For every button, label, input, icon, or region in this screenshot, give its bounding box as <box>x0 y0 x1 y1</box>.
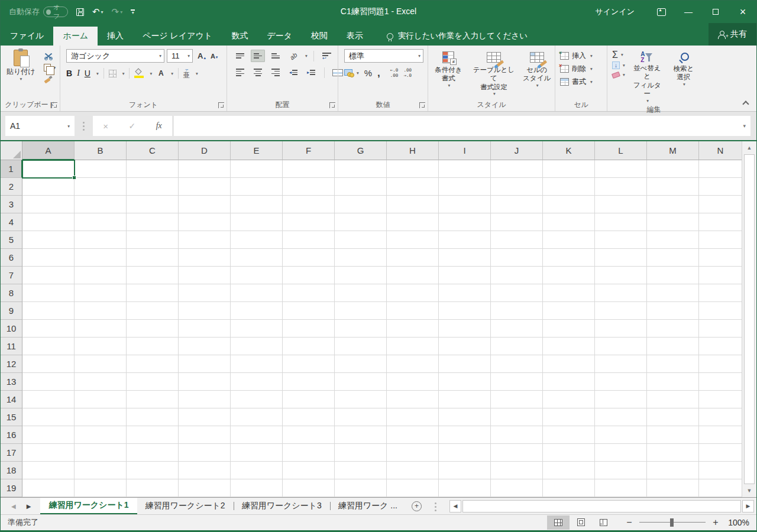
font-dialog-launcher[interactable] <box>218 102 224 108</box>
row-header-5[interactable]: 5 <box>1 231 22 249</box>
alignment-dialog-launcher[interactable] <box>329 102 335 108</box>
cell-G6[interactable] <box>335 249 387 267</box>
row-header-6[interactable]: 6 <box>1 249 22 267</box>
cell-H13[interactable] <box>387 373 439 391</box>
align-center-button[interactable] <box>251 66 265 79</box>
cell-I9[interactable] <box>439 302 491 320</box>
row-header-10[interactable]: 10 <box>1 320 22 338</box>
expand-formula-bar-icon[interactable]: ▾ <box>743 123 746 129</box>
ribbon-tab-ファイル[interactable]: ファイル <box>1 27 53 46</box>
cell-F7[interactable] <box>283 267 335 284</box>
cell-A12[interactable] <box>22 355 75 373</box>
row-header-18[interactable]: 18 <box>1 462 22 479</box>
sheet-tab-3[interactable]: 練習用ワークシート3 <box>234 498 330 514</box>
cell-B13[interactable] <box>75 373 127 391</box>
cell-B18[interactable] <box>75 462 127 479</box>
cell-N12[interactable] <box>699 355 742 373</box>
page-layout-view-button[interactable] <box>570 515 592 530</box>
cell-N13[interactable] <box>699 373 742 391</box>
cell-C19[interactable] <box>127 479 179 497</box>
font-color-caret-icon[interactable]: ▾ <box>171 71 173 76</box>
cell-D13[interactable] <box>179 373 231 391</box>
cell-I1[interactable] <box>439 160 491 178</box>
cell-F15[interactable] <box>283 408 335 426</box>
normal-view-button[interactable] <box>547 515 570 530</box>
cell-D8[interactable] <box>179 284 231 302</box>
cell-F1[interactable] <box>283 160 335 178</box>
cell-E12[interactable] <box>231 355 283 373</box>
align-top-button[interactable] <box>233 50 247 62</box>
cell-B12[interactable] <box>75 355 127 373</box>
cell-A8[interactable] <box>22 284 75 302</box>
cell-F13[interactable] <box>283 373 335 391</box>
cell-K15[interactable] <box>543 408 595 426</box>
column-header-L[interactable]: L <box>595 141 647 160</box>
cell-J18[interactable] <box>491 462 543 479</box>
cell-A13[interactable] <box>22 373 75 391</box>
cell-B16[interactable] <box>75 426 127 444</box>
cell-H9[interactable] <box>387 302 439 320</box>
maximize-button[interactable] <box>702 1 729 23</box>
cell-L7[interactable] <box>595 267 647 284</box>
cell-D14[interactable] <box>179 391 231 408</box>
cell-A15[interactable] <box>22 408 75 426</box>
cell-I6[interactable] <box>439 249 491 267</box>
ribbon-tab-数式[interactable]: 数式 <box>222 27 257 46</box>
row-header-8[interactable]: 8 <box>1 284 22 302</box>
cell-H4[interactable] <box>387 213 439 231</box>
row-header-19[interactable]: 19 <box>1 479 22 497</box>
cell-F8[interactable] <box>283 284 335 302</box>
cell-N18[interactable] <box>699 462 742 479</box>
cell-C16[interactable] <box>127 426 179 444</box>
format-cells-button[interactable]: 書式▾ <box>560 77 593 87</box>
cell-H6[interactable] <box>387 249 439 267</box>
font-size-combo[interactable]: 11▾ <box>167 49 193 63</box>
cell-L6[interactable] <box>595 249 647 267</box>
cell-M5[interactable] <box>647 231 699 249</box>
cell-M12[interactable] <box>647 355 699 373</box>
redo-button[interactable]: ↷▾ <box>112 7 123 17</box>
cell-H15[interactable] <box>387 408 439 426</box>
cell-K13[interactable] <box>543 373 595 391</box>
cell-E7[interactable] <box>231 267 283 284</box>
cell-A3[interactable] <box>22 196 75 213</box>
cell-D6[interactable] <box>179 249 231 267</box>
cell-F4[interactable] <box>283 213 335 231</box>
minimize-button[interactable]: — <box>675 1 702 23</box>
close-button[interactable]: × <box>729 1 756 23</box>
cell-B19[interactable] <box>75 479 127 497</box>
cell-C13[interactable] <box>127 373 179 391</box>
column-header-C[interactable]: C <box>127 141 179 160</box>
cell-D1[interactable] <box>179 160 231 178</box>
cell-J15[interactable] <box>491 408 543 426</box>
column-header-B[interactable]: B <box>75 141 127 160</box>
fill-button[interactable]: ↓▾ <box>612 61 625 69</box>
cell-G10[interactable] <box>335 320 387 338</box>
zoom-in-button[interactable]: + <box>711 517 720 528</box>
cell-A2[interactable] <box>22 178 75 196</box>
cell-C8[interactable] <box>127 284 179 302</box>
cell-G3[interactable] <box>335 196 387 213</box>
cell-H16[interactable] <box>387 426 439 444</box>
ribbon-tab-ホーム[interactable]: ホーム <box>53 27 98 46</box>
cell-I18[interactable] <box>439 462 491 479</box>
ribbon-tab-挿入[interactable]: 挿入 <box>98 27 133 46</box>
align-bottom-button[interactable] <box>268 50 283 62</box>
cell-E3[interactable] <box>231 196 283 213</box>
cell-N8[interactable] <box>699 284 742 302</box>
cell-K14[interactable] <box>543 391 595 408</box>
cell-B15[interactable] <box>75 408 127 426</box>
cell-D19[interactable] <box>179 479 231 497</box>
cell-D3[interactable] <box>179 196 231 213</box>
align-right-button[interactable] <box>268 66 283 79</box>
accounting-caret-icon[interactable]: ▾ <box>357 70 359 76</box>
cancel-entry-icon[interactable]: × <box>103 121 108 131</box>
cell-D5[interactable] <box>179 231 231 249</box>
row-header-15[interactable]: 15 <box>1 408 22 426</box>
italic-button[interactable]: I <box>77 69 80 78</box>
cell-I7[interactable] <box>439 267 491 284</box>
cell-I3[interactable] <box>439 196 491 213</box>
ribbon-tab-校閲[interactable]: 校閲 <box>302 27 337 46</box>
column-header-E[interactable]: E <box>231 141 283 160</box>
format-painter-icon[interactable] <box>44 75 52 83</box>
